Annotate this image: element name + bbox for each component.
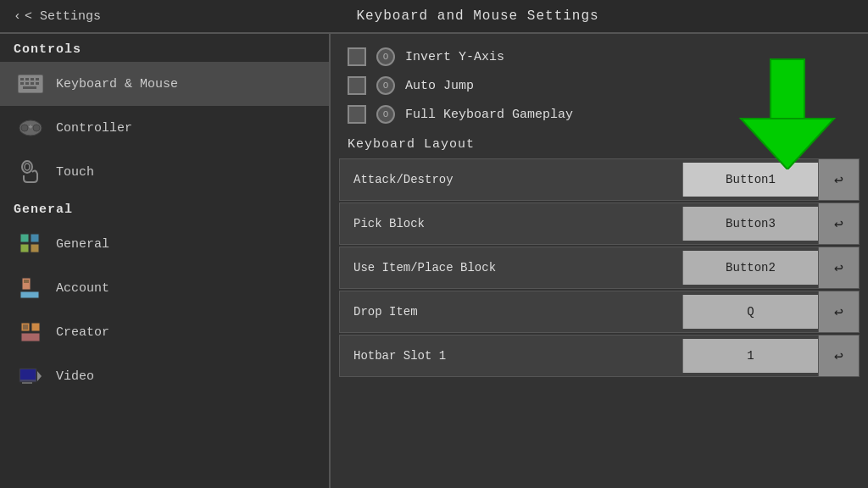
controller-icon bbox=[17, 114, 44, 141]
invert-y-circle[interactable]: O bbox=[376, 47, 395, 66]
keybind-action-pick-block: Pick Block bbox=[340, 207, 682, 241]
svg-point-16 bbox=[25, 164, 30, 170]
controls-section-header: Controls bbox=[0, 34, 329, 62]
keybind-action-use-item: Use Item/Place Block bbox=[340, 251, 682, 285]
keybind-reset-pick-block[interactable]: ↩ bbox=[818, 203, 859, 244]
back-label: < Settings bbox=[25, 9, 101, 24]
svg-rect-7 bbox=[31, 82, 34, 85]
full-keyboard-circle[interactable]: O bbox=[376, 105, 395, 124]
svg-rect-31 bbox=[22, 382, 32, 384]
svg-rect-17 bbox=[20, 234, 29, 242]
sidebar-item-touch[interactable]: Touch bbox=[0, 150, 329, 194]
svg-rect-6 bbox=[25, 82, 29, 85]
keybind-reset-use-item[interactable]: ↩ bbox=[818, 247, 859, 288]
sidebar-item-account[interactable]: Account bbox=[0, 266, 329, 310]
svg-rect-29 bbox=[20, 369, 36, 380]
toggle-invert-y: O Invert Y-Axis bbox=[331, 42, 868, 71]
svg-rect-22 bbox=[20, 291, 39, 298]
keybind-button-use-item[interactable]: Button2 bbox=[682, 251, 818, 285]
general-icon bbox=[17, 230, 44, 258]
sidebar-item-creator[interactable]: Creator bbox=[0, 310, 329, 354]
svg-rect-18 bbox=[20, 244, 29, 252]
svg-rect-1 bbox=[20, 78, 24, 80]
keybind-reset-attack-destroy[interactable]: ↩ bbox=[818, 159, 859, 200]
main-content: Controls Keyboard & Mouse bbox=[0, 34, 868, 488]
auto-jump-label: Auto Jump bbox=[405, 79, 474, 93]
keybind-reset-hotbar-1[interactable]: ↩ bbox=[818, 336, 859, 376]
keybind-reset-drop-item[interactable]: ↩ bbox=[818, 291, 859, 332]
keybind-button-hotbar-1[interactable]: 1 bbox=[682, 339, 818, 373]
svg-point-12 bbox=[33, 125, 40, 131]
svg-rect-20 bbox=[31, 244, 39, 252]
back-arrow-icon: ‹ bbox=[14, 9, 21, 24]
keybind-action-drop-item: Drop Item bbox=[340, 295, 682, 329]
keybind-action-attack-destroy: Attack/Destroy bbox=[340, 163, 682, 197]
svg-rect-9 bbox=[23, 86, 36, 89]
invert-y-label: Invert Y-Axis bbox=[405, 50, 504, 64]
svg-rect-5 bbox=[20, 82, 24, 85]
sidebar: Controls Keyboard & Mouse bbox=[0, 34, 331, 488]
sidebar-item-video[interactable]: Video bbox=[0, 354, 329, 398]
keybind-row-pick-block: Pick Block Button3 ↩ bbox=[339, 202, 860, 245]
svg-rect-3 bbox=[31, 78, 34, 80]
general-section-header: General bbox=[0, 194, 329, 222]
keybind-button-drop-item[interactable]: Q bbox=[682, 295, 818, 329]
right-panel: O Invert Y-Axis O Auto Jump O Full Keybo… bbox=[331, 34, 868, 488]
svg-rect-8 bbox=[36, 82, 39, 85]
sidebar-label-account: Account bbox=[56, 281, 109, 296]
toggle-auto-jump: O Auto Jump bbox=[331, 71, 868, 100]
sidebar-label-general: General bbox=[56, 237, 109, 252]
back-button[interactable]: ‹ < Settings bbox=[14, 9, 101, 24]
sidebar-item-keyboard-mouse[interactable]: Keyboard & Mouse bbox=[0, 62, 329, 106]
page-title: Keyboard and Mouse Settings bbox=[101, 8, 854, 24]
invert-y-checkbox[interactable] bbox=[348, 47, 366, 66]
svg-rect-25 bbox=[23, 324, 28, 330]
svg-rect-14 bbox=[30, 125, 31, 129]
keybind-row-attack-destroy: Attack/Destroy Button1 ↩ bbox=[339, 158, 860, 201]
keybind-row-drop-item: Drop Item Q ↩ bbox=[339, 291, 860, 333]
sidebar-label-keyboard-mouse: Keyboard & Mouse bbox=[56, 77, 178, 92]
sidebar-label-creator: Creator bbox=[56, 325, 109, 340]
top-bar: ‹ < Settings Keyboard and Mouse Settings bbox=[0, 0, 868, 34]
full-keyboard-checkbox[interactable] bbox=[348, 105, 366, 124]
keybind-row-use-item: Use Item/Place Block Button2 ↩ bbox=[339, 247, 860, 289]
creator-icon bbox=[17, 319, 44, 346]
svg-rect-23 bbox=[24, 280, 29, 283]
full-keyboard-label: Full Keyboard Gameplay bbox=[405, 108, 573, 122]
svg-rect-4 bbox=[36, 78, 39, 80]
svg-rect-27 bbox=[21, 333, 40, 341]
svg-marker-30 bbox=[37, 371, 42, 381]
auto-jump-checkbox[interactable] bbox=[348, 76, 366, 95]
toggle-full-keyboard: O Full Keyboard Gameplay bbox=[331, 100, 868, 129]
keyboard-layout-header: Keyboard Layout bbox=[331, 129, 868, 157]
touch-icon bbox=[17, 158, 44, 186]
sidebar-label-video: Video bbox=[56, 369, 94, 384]
keybind-button-attack-destroy[interactable]: Button1 bbox=[682, 163, 818, 197]
svg-point-11 bbox=[21, 125, 28, 131]
svg-point-15 bbox=[22, 161, 32, 173]
svg-rect-19 bbox=[31, 234, 39, 242]
keybind-button-pick-block[interactable]: Button3 bbox=[682, 207, 818, 241]
sidebar-label-controller: Controller bbox=[56, 121, 132, 136]
keybind-action-hotbar-1: Hotbar Slot 1 bbox=[340, 339, 682, 373]
account-icon bbox=[17, 274, 44, 302]
keyboard-icon bbox=[17, 70, 44, 97]
sidebar-item-controller[interactable]: Controller bbox=[0, 106, 329, 150]
sidebar-label-touch: Touch bbox=[56, 165, 94, 180]
settings-scroll: O Invert Y-Axis O Auto Jump O Full Keybo… bbox=[331, 34, 868, 488]
sidebar-item-general[interactable]: General bbox=[0, 222, 329, 266]
keybind-row-hotbar-1: Hotbar Slot 1 1 ↩ bbox=[339, 335, 860, 377]
auto-jump-circle[interactable]: O bbox=[376, 76, 395, 95]
svg-rect-26 bbox=[31, 323, 40, 331]
svg-rect-2 bbox=[25, 78, 29, 80]
video-icon bbox=[17, 363, 44, 390]
